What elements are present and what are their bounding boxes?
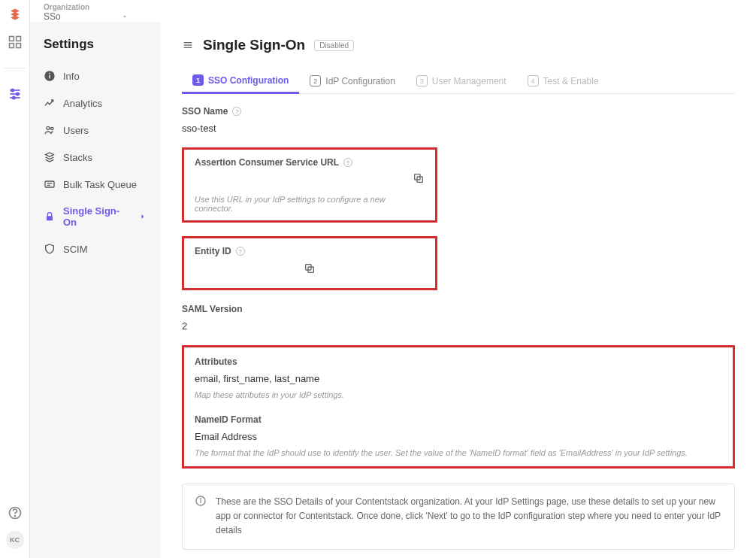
- field-label: Assertion Consumer Service URL: [195, 157, 339, 168]
- tabs: 1 SSO Configuration 2 IdP Configuration …: [182, 68, 735, 94]
- field-label: SAML Version: [182, 304, 242, 314]
- queue-icon: [44, 178, 56, 190]
- field-value: 2: [182, 320, 735, 332]
- sidebar-item-stacks[interactable]: Stacks: [30, 144, 161, 171]
- stacks-icon: [44, 151, 56, 163]
- users-icon: [44, 124, 56, 136]
- field-nameid: NameID Format Email Address The format t…: [195, 414, 722, 457]
- chevron-right-icon: [138, 212, 147, 221]
- svg-point-16: [51, 127, 53, 129]
- org-value: SSo: [44, 11, 61, 22]
- copy-icon[interactable]: [304, 262, 316, 274]
- sidebar-item-info[interactable]: Info: [30, 62, 161, 89]
- field-hint: Map these attributes in your IdP setting…: [195, 390, 722, 399]
- svg-rect-13: [49, 75, 50, 79]
- field-sso-name: SSO Name ? sso-test: [182, 106, 735, 134]
- field-entity-id: Entity ID ?: [182, 236, 437, 290]
- sidebar-title: Settings: [30, 37, 161, 62]
- analytics-icon: [44, 97, 56, 109]
- svg-rect-17: [45, 181, 54, 187]
- svg-point-11: [14, 516, 15, 517]
- svg-point-9: [12, 96, 14, 99]
- tab-label: SSO Configuration: [208, 75, 289, 86]
- tab-number: 1: [192, 74, 204, 86]
- info-icon: [44, 70, 56, 82]
- tab-idp-configuration[interactable]: 2 IdP Configuration: [299, 68, 406, 93]
- help-icon[interactable]: [8, 505, 23, 520]
- sidebar-item-bulk-task-queue[interactable]: Bulk Task Queue: [30, 171, 161, 198]
- field-hint: The format that the IdP should use to id…: [195, 448, 722, 457]
- svg-rect-0: [9, 37, 14, 41]
- tab-label: Test & Enable: [543, 76, 599, 86]
- help-icon[interactable]: ?: [343, 158, 352, 167]
- tab-label: User Management: [432, 76, 507, 86]
- field-value: email, first_name, last_name: [195, 373, 722, 384]
- sidebar-item-label: Bulk Task Queue: [63, 179, 137, 190]
- sidebar-item-users[interactable]: Users: [30, 117, 161, 144]
- org-selector[interactable]: SSo: [44, 11, 742, 22]
- svg-point-14: [49, 73, 50, 74]
- tab-sso-configuration[interactable]: 1 SSO Configuration: [182, 68, 299, 94]
- page-title: Single Sign-On: [203, 37, 305, 53]
- info-box: These are the SSO Details of your Conten…: [182, 484, 735, 550]
- sidebar-item-label: Single Sign-On: [63, 205, 131, 228]
- tab-number: 4: [528, 75, 539, 86]
- svg-rect-2: [9, 44, 14, 48]
- field-label: SSO Name: [182, 106, 228, 117]
- sidebar-item-label: Stacks: [63, 152, 92, 163]
- help-icon[interactable]: ?: [232, 107, 241, 116]
- shield-icon: [44, 243, 56, 255]
- copy-icon[interactable]: [413, 172, 425, 184]
- field-attributes: Attributes email, first_name, last_name …: [195, 356, 722, 399]
- tab-number: 2: [310, 75, 321, 86]
- logo-icon: [8, 8, 22, 21]
- status-badge: Disabled: [314, 40, 354, 51]
- field-value: sso-test: [182, 123, 735, 134]
- page-content: Single Sign-On Disabled 1 SSO Configurat…: [161, 22, 756, 558]
- menu-icon[interactable]: [182, 39, 194, 51]
- svg-rect-18: [47, 216, 53, 220]
- info-icon: [195, 495, 207, 507]
- info-text: These are the SSO Details of your Conten…: [216, 495, 722, 538]
- settings-icon[interactable]: [8, 86, 23, 102]
- sidebar-item-label: Analytics: [63, 98, 102, 109]
- svg-rect-3: [16, 44, 20, 48]
- sidebar-item-scim[interactable]: SCIM: [30, 235, 161, 262]
- field-acs-url: Assertion Consumer Service URL ? Use thi…: [182, 147, 437, 223]
- sidebar-item-sso[interactable]: Single Sign-On: [30, 198, 161, 235]
- apps-icon[interactable]: [8, 35, 23, 50]
- svg-point-15: [47, 126, 50, 129]
- field-label: NameID Format: [195, 414, 262, 425]
- sidebar-item-analytics[interactable]: Analytics: [30, 89, 161, 117]
- org-label: Organization: [44, 3, 742, 11]
- svg-rect-1: [16, 37, 20, 41]
- attributes-box: Attributes email, first_name, last_name …: [182, 345, 735, 469]
- svg-point-28: [200, 499, 201, 499]
- tab-user-management[interactable]: 3 User Management: [406, 68, 517, 93]
- sidebar-item-label: Users: [63, 125, 89, 136]
- tab-test-enable[interactable]: 4 Test & Enable: [517, 68, 609, 93]
- tab-label: IdP Configuration: [325, 76, 395, 86]
- sidebar: Settings Info Analytics Users Stacks: [30, 22, 161, 558]
- topbar: Organization SSo: [30, 0, 756, 22]
- field-saml-version: SAML Version 2: [182, 304, 735, 332]
- chevron-down-icon: [121, 13, 129, 20]
- field-hint: Use this URL in your IdP settings to con…: [195, 195, 425, 213]
- sidebar-item-label: Info: [63, 71, 80, 82]
- avatar[interactable]: KC: [6, 531, 24, 549]
- field-label: Entity ID: [195, 246, 231, 256]
- help-icon[interactable]: ?: [236, 247, 245, 256]
- left-rail: KC: [0, 0, 30, 558]
- rail-separator: [5, 68, 26, 68]
- svg-point-8: [16, 92, 18, 95]
- svg-point-7: [11, 89, 14, 91]
- tab-number: 3: [416, 75, 428, 86]
- lock-icon: [44, 211, 56, 223]
- sidebar-item-label: SCIM: [63, 244, 88, 255]
- field-label: Attributes: [195, 356, 237, 367]
- field-value: Email Address: [195, 431, 722, 442]
